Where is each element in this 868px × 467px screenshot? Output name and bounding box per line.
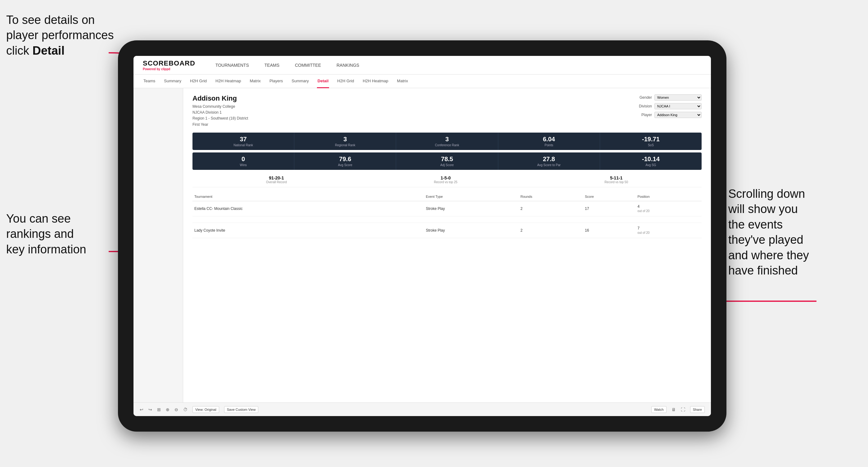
nav-teams[interactable]: TEAMS xyxy=(263,63,281,68)
view-original-button[interactable]: View: Original xyxy=(192,406,219,413)
record-overall-label: Overall Record xyxy=(266,180,287,184)
gender-label: Gender xyxy=(633,95,652,100)
table-body: Estella CC- Mountain Classic Stroke Play… xyxy=(192,201,702,238)
content-panel: Addison King Mesa Community College NJCA… xyxy=(183,88,711,402)
player-select[interactable]: Addison King xyxy=(654,112,702,118)
subnav-summary[interactable]: Summary xyxy=(163,74,182,88)
annotation-bl-3: key information xyxy=(6,243,86,256)
player-division: NJCAA Division 1 xyxy=(192,110,248,116)
division-select[interactable]: NJCAA I xyxy=(654,103,702,109)
th-rounds: Rounds xyxy=(519,192,583,201)
stat-label-adj: Adj Score xyxy=(399,163,495,167)
stat-value-points: 6.04 xyxy=(501,136,597,143)
annotation-r-1: Scrolling down xyxy=(728,187,805,200)
player-name: Addison King xyxy=(192,94,248,102)
record-top50: 5-11-1 Record vs top 50 xyxy=(604,176,628,184)
subnav-matrix[interactable]: Matrix xyxy=(249,74,261,88)
record-overall: 91-20-1 Overall Record xyxy=(266,176,287,184)
screen-icon[interactable]: 🖥 xyxy=(672,407,676,412)
record-top50-label: Record vs top 50 xyxy=(604,180,628,184)
stat-label-conference: Conference Rank xyxy=(399,144,495,147)
stat-value-sg: -10.14 xyxy=(602,156,699,163)
logo-brand: clippd xyxy=(161,67,170,71)
stats-row1: 37 National Rank 3 Regional Rank 3 Confe… xyxy=(192,132,702,150)
subnav-matrix2[interactable]: Matrix xyxy=(397,74,408,88)
td-tournament-1: Estella CC- Mountain Classic xyxy=(192,201,408,216)
annotation-r-4: they've played xyxy=(728,233,803,246)
table-row: Lady Coyote Invite Stroke Play 2 16 7 ou… xyxy=(192,223,702,238)
logo-area: SCOREBOARD Powered by clippd xyxy=(143,59,195,71)
stat-national-rank: 37 National Rank xyxy=(192,132,294,150)
stat-avg-par: 27.8 Avg Score to Par xyxy=(498,152,600,170)
app-container: SCOREBOARD Powered by clippd TOURNAMENTS… xyxy=(133,56,711,416)
th-tournament: Tournament xyxy=(192,192,408,201)
save-custom-view-button[interactable]: Save Custom View xyxy=(224,406,258,413)
subnav-teams[interactable]: Teams xyxy=(143,74,156,88)
bottom-toolbar: ↩ ↪ ⊞ ⊕ ⊖ ⏱ View: Original Save Custom V… xyxy=(133,402,711,416)
td-empty-1 xyxy=(408,201,424,216)
stat-value-sos: -19.71 xyxy=(602,136,699,143)
th-position: Position xyxy=(636,192,702,201)
redo-icon[interactable]: ↪ xyxy=(148,407,152,412)
stat-regional-rank: 3 Regional Rank xyxy=(294,132,396,150)
record-top25-label: Record vs top 25 xyxy=(434,180,458,184)
left-sidebar xyxy=(133,88,183,402)
subnav-detail[interactable]: Detail xyxy=(317,74,329,88)
td-tournament-2: Lady Coyote Invite xyxy=(192,223,408,238)
annotation-line3-plain: click xyxy=(6,44,32,57)
stat-wins: 0 Wins xyxy=(192,152,294,170)
gender-select[interactable]: Women xyxy=(654,94,702,101)
zoom-out-icon[interactable]: ⊖ xyxy=(175,407,178,412)
player-region: Region 1 - Southwest (18) District xyxy=(192,116,248,121)
subnav-h2h-heatmap[interactable]: H2H Heatmap xyxy=(215,74,242,88)
tablet-screen: SCOREBOARD Powered by clippd TOURNAMENTS… xyxy=(133,56,711,416)
position-value-1: 4 xyxy=(637,204,640,209)
top-nav: SCOREBOARD Powered by clippd TOURNAMENTS… xyxy=(133,56,711,74)
annotation-r-2: will show you xyxy=(728,203,798,216)
stat-label-avg: Avg Score xyxy=(297,163,393,167)
td-score-1: 17 xyxy=(583,201,636,216)
logo-sub-text: Powered by xyxy=(143,67,161,71)
subnav-h2h-grid[interactable]: H2H Grid xyxy=(189,74,207,88)
position-sub-2: out of 20 xyxy=(637,231,649,235)
share-button[interactable]: Share xyxy=(690,406,705,413)
expand-icon[interactable]: ⛶ xyxy=(681,407,685,412)
annotation-bottom-left: You can see rankings and key information xyxy=(6,211,124,257)
logo-sub: Powered by clippd xyxy=(143,67,195,71)
nav-committee[interactable]: COMMITTEE xyxy=(293,63,322,68)
tablet-device: SCOREBOARD Powered by clippd TOURNAMENTS… xyxy=(118,40,726,432)
stat-avg-sg: -10.14 Avg SG xyxy=(600,152,702,170)
td-position-2: 7 out of 20 xyxy=(636,223,702,238)
subnav-players[interactable]: Players xyxy=(269,74,283,88)
annotation-right: Scrolling down will show you the events … xyxy=(728,186,859,278)
stat-label-national: National Rank xyxy=(195,144,291,147)
subnav-summary2[interactable]: Summary xyxy=(291,74,310,88)
stat-points: 6.04 Points xyxy=(498,132,600,150)
record-top50-value: 5-11-1 xyxy=(604,176,628,180)
subnav-h2h-heatmap2[interactable]: H2H Heatmap xyxy=(362,74,389,88)
td-position-1: 4 out of 20 xyxy=(636,201,702,216)
player-college: Mesa Community College xyxy=(192,104,248,110)
annotation-line2: player performances xyxy=(6,29,114,41)
th-event-type: Event Type xyxy=(424,192,519,201)
subnav-h2h-grid2[interactable]: H2H Grid xyxy=(337,74,354,88)
gender-control: Gender Women xyxy=(633,94,702,101)
stat-label-par: Avg Score to Par xyxy=(501,163,597,167)
annotation-bl-2: rankings and xyxy=(6,227,74,240)
stat-value-wins: 0 xyxy=(195,156,291,163)
nav-rankings[interactable]: RANKINGS xyxy=(335,63,361,68)
annotation-top-left: To see details on player performances cl… xyxy=(6,12,124,58)
position-value-2: 7 xyxy=(637,226,640,230)
clock-icon[interactable]: ⏱ xyxy=(183,407,187,412)
table-head: Tournament Event Type Rounds Score Posit… xyxy=(192,192,702,201)
zoom-in-icon[interactable]: ⊕ xyxy=(166,407,169,412)
zoom-fit-icon[interactable]: ⊞ xyxy=(157,407,161,412)
tournament-table: Tournament Event Type Rounds Score Posit… xyxy=(192,192,702,238)
stat-label-wins: Wins xyxy=(195,163,291,167)
undo-icon[interactable]: ↩ xyxy=(140,407,144,412)
nav-tournaments[interactable]: TOURNAMENTS xyxy=(214,63,251,68)
stat-label-points: Points xyxy=(501,144,597,147)
watch-button[interactable]: Watch xyxy=(651,406,666,413)
annotation-bl-1: You can see xyxy=(6,212,71,225)
player-controls: Gender Women Division NJCAA I xyxy=(633,94,702,128)
